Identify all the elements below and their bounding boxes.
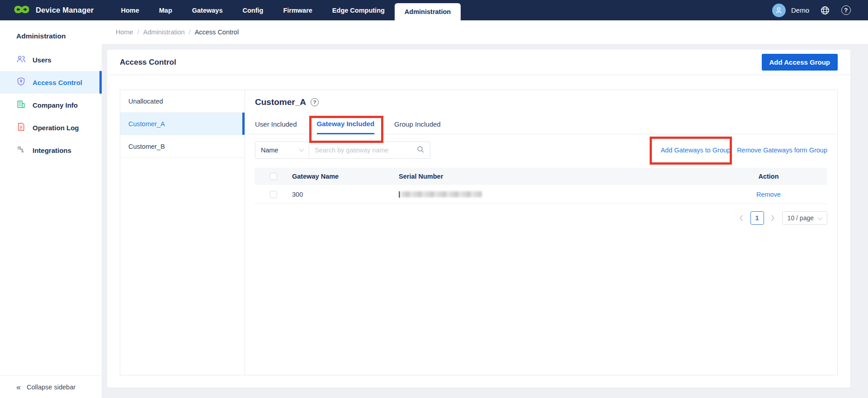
collapse-sidebar-button[interactable]: Collapse sidebar bbox=[0, 375, 102, 398]
column-header-action: Action bbox=[710, 173, 827, 180]
nav-gateways[interactable]: Gateways bbox=[182, 0, 233, 20]
topbar-right: Demo bbox=[772, 4, 868, 17]
detail-tabs: User Included Gateway Included Group Inc… bbox=[245, 114, 837, 134]
tab-user-included[interactable]: User Included bbox=[255, 114, 297, 134]
row-checkbox[interactable] bbox=[270, 191, 277, 198]
card-header: Access Control Add Access Group bbox=[107, 50, 850, 75]
remove-gateways-from-group-link[interactable]: Remove Gateways form Group bbox=[737, 147, 827, 154]
gateway-search-group: Name bbox=[255, 142, 430, 159]
group-detail-title: Customer_A bbox=[255, 97, 306, 107]
collapse-chevrons-icon bbox=[16, 383, 21, 391]
serial-number-masked bbox=[399, 191, 482, 198]
avatar[interactable] bbox=[772, 4, 786, 17]
chevron-down-icon bbox=[299, 147, 304, 152]
sidebar-item-users[interactable]: Users bbox=[0, 48, 102, 71]
access-group-panel: Unallocated Customer_A Customer_B Custom… bbox=[120, 90, 838, 375]
filter-row: Name bbox=[255, 142, 827, 159]
table-row: 300 Remove bbox=[255, 185, 827, 204]
sidebar-item-access-control[interactable]: Access Control bbox=[0, 71, 102, 94]
prev-page-icon[interactable] bbox=[736, 211, 746, 225]
top-navigation: Home Map Gateways Config Firmware Edge C… bbox=[111, 0, 461, 20]
nav-edge-computing[interactable]: Edge Computing bbox=[322, 0, 395, 20]
gateway-search-input[interactable] bbox=[315, 147, 413, 154]
page-size-select[interactable]: 10 / page bbox=[782, 211, 827, 225]
next-page-icon[interactable] bbox=[768, 211, 778, 225]
column-header-serial-number: Serial Number bbox=[399, 173, 710, 180]
group-item-unallocated[interactable]: Unallocated bbox=[120, 90, 245, 113]
users-icon bbox=[16, 54, 26, 66]
sidebar: Administration Users Access C bbox=[0, 20, 102, 398]
sidebar-heading: Administration bbox=[0, 20, 102, 40]
tab-gateway-included[interactable]: Gateway Included bbox=[317, 114, 375, 134]
table-header-row: Gateway Name Serial Number Action bbox=[255, 168, 827, 185]
cell-gateway-name: 300 bbox=[292, 191, 399, 198]
add-access-group-button[interactable]: Add Access Group bbox=[762, 54, 838, 71]
search-icon[interactable] bbox=[417, 146, 425, 155]
brand[interactable]: Device Manager bbox=[0, 4, 94, 17]
building-icon bbox=[16, 100, 26, 111]
group-item-customer-a[interactable]: Customer_A bbox=[120, 113, 245, 135]
sidebar-item-operation-log[interactable]: Operation Log bbox=[0, 116, 102, 139]
pagination: 1 10 / page bbox=[255, 211, 827, 225]
breadcrumb-current: Access Control bbox=[195, 28, 239, 36]
tab-group-included[interactable]: Group Included bbox=[394, 114, 441, 134]
nav-administration[interactable]: Administration bbox=[395, 3, 461, 20]
breadcrumb: Home / Administration / Access Control bbox=[102, 20, 868, 44]
user-name[interactable]: Demo bbox=[791, 6, 809, 14]
page-title: Access Control bbox=[120, 58, 176, 67]
topbar: Device Manager Home Map Gateways Config … bbox=[0, 0, 868, 20]
help-icon[interactable] bbox=[841, 5, 851, 15]
shield-key-icon bbox=[16, 77, 26, 88]
brand-logo-icon bbox=[13, 4, 31, 17]
remove-row-link[interactable]: Remove bbox=[756, 191, 781, 198]
sidebar-item-company-info[interactable]: Company Info bbox=[0, 94, 102, 116]
nav-home[interactable]: Home bbox=[111, 0, 149, 20]
breadcrumb-administration[interactable]: Administration bbox=[143, 28, 185, 36]
search-field-select[interactable]: Name bbox=[255, 142, 309, 158]
add-gateways-to-group-link[interactable]: Add Gateways to Group bbox=[660, 147, 731, 154]
pipes-icon bbox=[16, 145, 26, 156]
page-number-1[interactable]: 1 bbox=[750, 211, 764, 225]
group-item-customer-b[interactable]: Customer_B bbox=[120, 135, 245, 158]
globe-icon[interactable] bbox=[820, 5, 830, 15]
sidebar-item-integrations[interactable]: Integrations bbox=[0, 139, 102, 161]
select-all-checkbox[interactable] bbox=[270, 173, 277, 180]
group-list: Unallocated Customer_A Customer_B bbox=[120, 90, 245, 375]
nav-config[interactable]: Config bbox=[232, 0, 273, 20]
question-circle-icon[interactable] bbox=[311, 98, 319, 106]
document-icon bbox=[16, 122, 26, 133]
brand-title: Device Manager bbox=[36, 6, 94, 14]
breadcrumb-home[interactable]: Home bbox=[116, 28, 133, 36]
column-header-gateway-name: Gateway Name bbox=[292, 173, 399, 180]
chevron-down-icon bbox=[817, 215, 822, 220]
group-detail: Customer_A User Included Gateway Include… bbox=[245, 90, 837, 375]
nav-firmware[interactable]: Firmware bbox=[273, 0, 322, 20]
nav-map[interactable]: Map bbox=[149, 0, 182, 20]
access-control-card: Access Control Add Access Group Unalloca… bbox=[107, 50, 850, 388]
gateway-table: Gateway Name Serial Number Action 300 bbox=[255, 168, 827, 204]
